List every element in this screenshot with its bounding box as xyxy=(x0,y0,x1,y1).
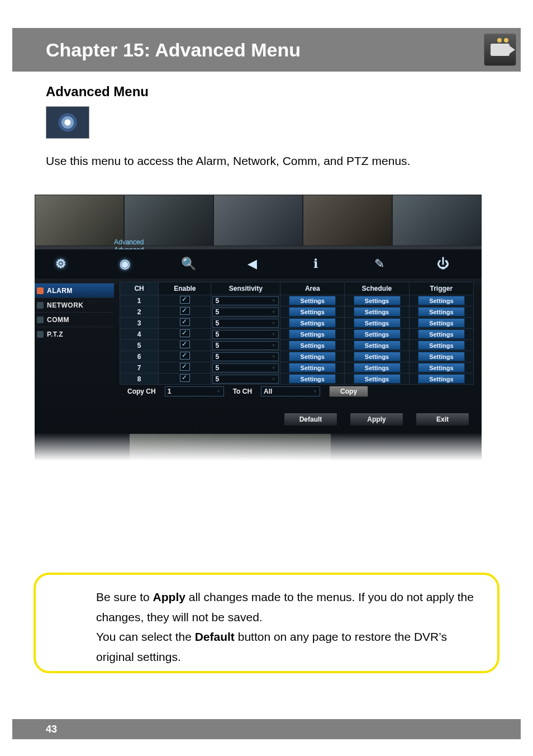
checkbox-icon xyxy=(180,307,190,315)
schedule-settings-button[interactable]: Settings xyxy=(354,318,401,328)
chevron-down-icon: ▼ xyxy=(271,365,276,371)
schedule-settings-button[interactable]: Settings xyxy=(354,363,401,372)
sidebar: ALARM NETWORK COMM P.T.Z xyxy=(35,283,114,341)
search-icon[interactable]: 🔍 xyxy=(177,255,200,273)
cell-sensitivity[interactable]: 5▼ xyxy=(211,351,280,362)
trigger-settings-button[interactable]: Settings xyxy=(418,374,465,384)
cell-sensitivity[interactable]: 5▼ xyxy=(211,340,280,351)
checkbox-icon xyxy=(180,318,190,326)
cell-enable[interactable] xyxy=(159,351,211,362)
area-settings-button[interactable]: Settings xyxy=(289,307,336,316)
col-area: Area xyxy=(280,282,345,295)
advanced-gear-icon[interactable]: ◉ xyxy=(113,255,136,273)
trigger-settings-button[interactable]: Settings xyxy=(418,318,465,328)
trigger-settings-button[interactable]: Settings xyxy=(418,352,465,361)
area-settings-button[interactable]: Settings xyxy=(289,341,336,350)
chevron-down-icon: ▼ xyxy=(271,376,276,382)
checkbox-icon xyxy=(180,296,190,304)
chapter-title: Chapter 15: Advanced Menu xyxy=(46,39,301,61)
cell-sensitivity[interactable]: 5▼ xyxy=(211,306,280,318)
page-footer: 43 xyxy=(12,719,521,739)
to-ch-select[interactable]: All▼ xyxy=(261,386,320,396)
cell-sensitivity[interactable]: 5▼ xyxy=(211,295,280,306)
exit-button[interactable]: Exit xyxy=(416,413,469,426)
to-ch-label: To CH xyxy=(233,388,252,395)
trigger-settings-button[interactable]: Settings xyxy=(418,296,465,305)
cell-ch: 1 xyxy=(120,295,159,306)
cell-enable[interactable] xyxy=(159,318,211,329)
info-icon[interactable]: ℹ xyxy=(304,255,327,273)
area-settings-button[interactable]: Settings xyxy=(289,363,336,372)
cell-enable[interactable] xyxy=(159,362,211,374)
copy-button[interactable]: Copy xyxy=(329,386,368,397)
table-row: 65▼SettingsSettingsSettings xyxy=(120,351,474,362)
table-row: 55▼SettingsSettingsSettings xyxy=(120,340,474,351)
schedule-settings-button[interactable]: Settings xyxy=(354,296,401,305)
action-row: Default Apply Exit xyxy=(284,413,469,426)
schedule-settings-button[interactable]: Settings xyxy=(354,352,401,361)
area-settings-button[interactable]: Settings xyxy=(289,352,336,361)
arrow-icon[interactable]: ◀ xyxy=(240,255,264,273)
table-row: 45▼SettingsSettingsSettings xyxy=(120,329,474,340)
sidebar-item-alarm[interactable]: ALARM xyxy=(35,283,114,297)
schedule-settings-button[interactable]: Settings xyxy=(354,341,401,350)
checkbox-icon xyxy=(180,352,190,360)
intro-text: Use this menu to access the Alarm, Netwo… xyxy=(46,154,410,168)
cell-ch: 8 xyxy=(120,374,159,385)
copy-ch-label: Copy CH xyxy=(127,388,156,395)
trigger-settings-button[interactable]: Settings xyxy=(418,363,465,372)
chevron-down-icon: ▼ xyxy=(271,320,276,326)
cell-sensitivity[interactable]: 5▼ xyxy=(211,374,280,385)
callout-box: Be sure to Apply all changes made to the… xyxy=(34,573,499,673)
schedule-settings-button[interactable]: Settings xyxy=(354,307,401,316)
cell-ch: 2 xyxy=(120,306,159,318)
chevron-down-icon: ▼ xyxy=(271,354,276,360)
col-trigger: Trigger xyxy=(409,282,473,295)
cell-sensitivity[interactable]: 5▼ xyxy=(211,329,280,340)
area-settings-button[interactable]: Settings xyxy=(289,318,336,328)
checkbox-icon xyxy=(180,329,190,337)
callout-line-1: Be sure to Apply all changes made to the… xyxy=(96,587,483,627)
schedule-settings-button[interactable]: Settings xyxy=(354,329,401,339)
apply-button[interactable]: Apply xyxy=(350,413,403,426)
power-icon[interactable]: ⏻ xyxy=(431,255,455,273)
checkbox-icon xyxy=(180,374,190,382)
breadcrumb-root: Advanced xyxy=(114,238,144,246)
cell-enable[interactable] xyxy=(159,340,211,351)
col-enable: Enable xyxy=(159,282,211,295)
trigger-settings-button[interactable]: Settings xyxy=(418,329,465,339)
default-button[interactable]: Default xyxy=(284,413,337,426)
tools-icon[interactable]: ✎ xyxy=(368,255,391,273)
page-number: 43 xyxy=(46,724,57,735)
sidebar-item-ptz[interactable]: P.T.Z xyxy=(35,327,114,341)
trigger-settings-button[interactable]: Settings xyxy=(418,307,465,316)
chapter-header: Chapter 15: Advanced Menu xyxy=(12,28,521,72)
cell-sensitivity[interactable]: 5▼ xyxy=(211,362,280,374)
table-row: 25▼SettingsSettingsSettings xyxy=(120,306,474,318)
trigger-settings-button[interactable]: Settings xyxy=(418,341,465,350)
cell-enable[interactable] xyxy=(159,306,211,318)
col-sensitivity: Sensitivity xyxy=(211,282,280,295)
copy-ch-select[interactable]: 1▼ xyxy=(165,386,224,396)
cell-ch: 3 xyxy=(120,318,159,329)
schedule-settings-button[interactable]: Settings xyxy=(354,374,401,384)
sidebar-item-network[interactable]: NETWORK xyxy=(35,297,114,312)
checkbox-icon xyxy=(180,363,190,371)
cell-ch: 5 xyxy=(120,340,159,351)
section-title: Advanced Menu xyxy=(46,84,149,100)
area-settings-button[interactable]: Settings xyxy=(289,374,336,384)
cell-enable[interactable] xyxy=(159,374,211,385)
camera-icon xyxy=(484,34,516,66)
sidebar-item-comm[interactable]: COMM xyxy=(35,312,114,327)
area-settings-button[interactable]: Settings xyxy=(289,296,336,305)
cell-enable[interactable] xyxy=(159,295,211,306)
copy-row: Copy CH 1▼ To CH All▼ Copy xyxy=(127,386,368,397)
gear-small-icon[interactable]: ⚙ xyxy=(49,255,73,273)
chevron-down-icon: ▼ xyxy=(271,343,276,348)
cell-sensitivity[interactable]: 5▼ xyxy=(211,318,280,329)
alarm-table: CH Enable Sensitivity Area Schedule Trig… xyxy=(120,282,474,385)
table-row: 35▼SettingsSettingsSettings xyxy=(120,318,474,329)
area-settings-button[interactable]: Settings xyxy=(289,329,336,339)
gear-icon xyxy=(46,106,89,139)
cell-enable[interactable] xyxy=(159,329,211,340)
